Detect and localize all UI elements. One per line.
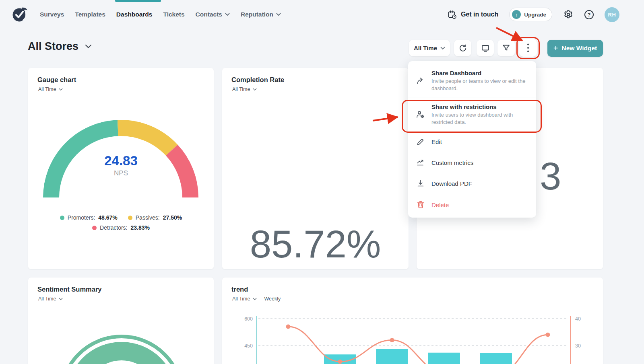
gauge-center: 24.83 NPS: [28, 153, 214, 177]
chevron-down-icon: [440, 47, 445, 50]
nav-right: Get in touch ↑ Upgrade ? RH: [448, 0, 619, 29]
chevron-down-icon: [253, 88, 257, 91]
nav-item-contacts[interactable]: Contacts: [196, 11, 230, 18]
monitor-icon: [481, 44, 490, 53]
nav-item-templates[interactable]: Templates: [75, 11, 105, 18]
widget-sentiment-summary: Sentiment Summary All Time: [28, 278, 214, 364]
completion-rate-value: 85.72%: [222, 225, 409, 263]
dashboard-header: All Stores: [28, 40, 92, 53]
get-in-touch-label: Get in touch: [461, 11, 498, 18]
nav-label: Reputation: [241, 11, 273, 18]
menu-item-label: Custom metrics: [431, 159, 473, 166]
chevron-down-icon: [225, 13, 230, 16]
svg-text:30: 30: [575, 343, 581, 349]
share-arrow-icon: [415, 70, 426, 92]
promoters-dot-icon: [60, 216, 64, 220]
nav-item-surveys[interactable]: Surveys: [40, 11, 64, 18]
user-gear-icon: [415, 103, 426, 125]
legend-label: Promoters:: [68, 214, 95, 221]
nav-label: Tickets: [163, 11, 184, 18]
time-filter-label: All Time: [232, 86, 250, 92]
upgrade-arrow-icon: ↑: [512, 10, 521, 19]
widget-completion-rate: Completion Rate All Time 85.72%: [222, 68, 409, 269]
nav-label: Dashboards: [116, 11, 153, 18]
dashboard-selector-chevron-icon[interactable]: [85, 44, 92, 49]
passives-dot-icon: [128, 216, 132, 220]
new-widget-button[interactable]: + New Widget: [547, 40, 603, 57]
hidden-widget-value-fragment: 3: [540, 157, 561, 195]
nav-item-reputation[interactable]: Reputation: [241, 11, 281, 18]
trend-arrow-icon: [415, 158, 426, 167]
upgrade-label: Upgrade: [524, 12, 546, 18]
menu-item-label: Share with restrictions: [431, 103, 529, 110]
menu-item-label: Share Dashboard: [431, 70, 529, 76]
download-icon: [415, 179, 426, 188]
kebab-menu-icon: [527, 43, 529, 53]
upgrade-button[interactable]: ↑ Upgrade: [509, 8, 552, 21]
legend-value: 27.50%: [163, 214, 182, 221]
more-options-button[interactable]: [519, 39, 537, 57]
nav-item-tickets[interactable]: Tickets: [163, 11, 184, 18]
menu-item-share-with-restrictions[interactable]: Share with restrictions Invite users to …: [408, 97, 536, 131]
widget-time-filter[interactable]: All Time: [232, 86, 257, 92]
plus-icon: +: [553, 44, 558, 52]
menu-item-share-dashboard[interactable]: Share Dashboard Invite people or teams t…: [408, 64, 536, 97]
refresh-button[interactable]: [454, 40, 471, 56]
main-nav: Surveys Templates Dashboards Tickets Con…: [40, 0, 281, 29]
detractors-dot-icon: [92, 226, 97, 230]
refresh-icon: [458, 44, 467, 53]
svg-text:600: 600: [244, 316, 253, 322]
page-title: All Stores: [28, 40, 78, 53]
menu-item-text: Share Dashboard Invite people or teams t…: [431, 70, 529, 92]
legend-item-passives: Passives: 27.50%: [128, 214, 182, 221]
get-in-touch-button[interactable]: Get in touch: [448, 10, 498, 19]
widget-title: Completion Rate: [231, 76, 409, 84]
menu-item-edit[interactable]: Edit: [408, 131, 536, 152]
nav-label: Contacts: [196, 11, 222, 18]
menu-item-download-pdf[interactable]: Download PDF: [408, 173, 536, 194]
nav-label: Surveys: [40, 11, 64, 18]
svg-text:450: 450: [244, 343, 253, 349]
trend-combo-chart: 6004504030: [222, 278, 603, 364]
avatar-initials: RH: [608, 12, 616, 18]
widget-gauge-chart: Gauge chart All Time 24.83 NPS Promoters…: [28, 68, 214, 269]
menu-item-label: Delete: [431, 202, 449, 208]
trash-icon: [415, 200, 426, 209]
calendar-clock-icon: [448, 10, 457, 19]
nps-label: NPS: [28, 169, 214, 177]
menu-item-label: Edit: [431, 138, 442, 145]
chevron-down-icon: [276, 13, 281, 16]
legend-item-promoters: Promoters: 48.67%: [60, 214, 118, 221]
nav-label: Templates: [75, 11, 105, 18]
nav-item-dashboards[interactable]: Dashboards: [116, 11, 153, 18]
brand-logo-icon[interactable]: [10, 5, 29, 24]
help-icon[interactable]: ?: [584, 10, 594, 19]
avatar[interactable]: RH: [605, 7, 619, 22]
legend-label: Detractors:: [100, 224, 127, 231]
menu-item-description: Invite people or teams to view or edit t…: [431, 78, 529, 92]
annotation-arrow-kebab: [496, 28, 522, 41]
widget-trend: trend All Time Weekly 6004504030: [222, 278, 603, 364]
filter-button[interactable]: [497, 40, 515, 56]
menu-item-delete[interactable]: Delete: [408, 194, 536, 215]
filter-funnel-icon: [502, 44, 510, 52]
pencil-icon: [415, 137, 426, 146]
svg-text:40: 40: [575, 316, 581, 322]
nps-value: 24.83: [28, 153, 214, 169]
legend-label: Passives:: [136, 214, 160, 221]
legend-item-detractors: Detractors: 23.83%: [92, 224, 150, 231]
new-widget-label: New Widget: [561, 45, 597, 52]
menu-item-description: Invite users to view dashboard with rest…: [431, 111, 529, 125]
dashboard-options-menu: Share Dashboard Invite people or teams t…: [408, 61, 536, 218]
menu-item-custom-metrics[interactable]: Custom metrics: [408, 152, 536, 173]
legend-value: 23.83%: [130, 224, 149, 231]
time-filter-label: All Time: [414, 45, 437, 51]
gauge-legend: Promoters: 48.67% Passives: 27.50% Detra…: [28, 214, 214, 231]
sentiment-donut-chart: [28, 278, 214, 364]
tv-mode-button[interactable]: [477, 40, 494, 56]
menu-item-label: Download PDF: [431, 180, 472, 187]
menu-item-text: Share with restrictions Invite users to …: [431, 103, 529, 125]
settings-gear-icon[interactable]: [563, 9, 574, 20]
top-nav: Surveys Templates Dashboards Tickets Con…: [0, 0, 644, 29]
time-filter-dropdown[interactable]: All Time: [409, 40, 450, 56]
